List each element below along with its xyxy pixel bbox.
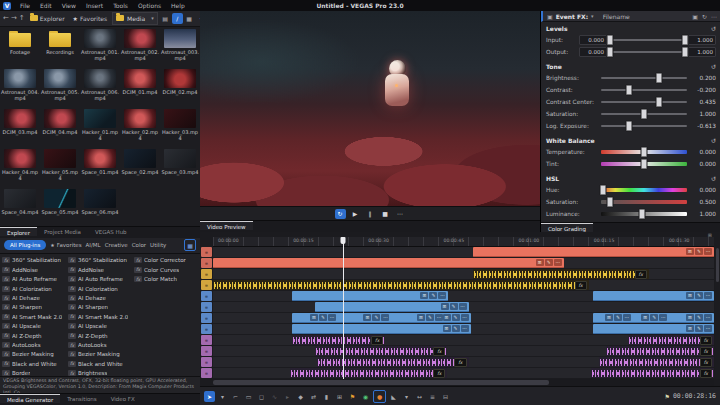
toolbar-dropdown[interactable]: ▾ (401, 391, 412, 402)
plugin-item[interactable]: fx AddNoise (2, 265, 66, 274)
media-thumbnail[interactable] (4, 29, 36, 48)
clip-fx-button[interactable]: fx (700, 336, 712, 345)
media-item[interactable]: DCIM_03.mp4 (0, 109, 40, 149)
clip-fx-button[interactable]: fx (700, 358, 712, 367)
more-icon[interactable]: ⋯ (711, 13, 717, 20)
timeline-clip[interactable]: fx (292, 335, 385, 345)
media-thumbnail[interactable] (44, 189, 76, 208)
track-header[interactable]: ≡ (201, 357, 212, 367)
media-thumbnail[interactable] (164, 29, 196, 48)
menu-item[interactable]: Tools (108, 0, 133, 11)
media-item[interactable]: Hacker_03.mp4 (160, 109, 200, 149)
clip-buttons[interactable]: ⊞✎⋯ (536, 259, 562, 266)
plugin-item[interactable]: fx AI Z-Depth (68, 331, 132, 340)
slider-handle-left[interactable] (607, 47, 614, 58)
menu-item[interactable]: Help (166, 0, 190, 11)
slider-handle[interactable] (656, 73, 663, 84)
fade-tool[interactable]: ◣ (388, 391, 399, 402)
value-input[interactable]: 0.000 (579, 47, 607, 57)
slider-handle[interactable] (626, 121, 633, 132)
selection-edit-tool[interactable]: ▭ (243, 391, 254, 402)
auto-crossfade-toggle[interactable]: ◆ (295, 391, 306, 402)
plugin-item[interactable]: fx AI Dehaze (68, 293, 132, 302)
plugin-item[interactable]: fx 360° Stabilization (2, 256, 66, 265)
clip-buttons[interactable]: ⊞✎⋯ (417, 314, 443, 321)
gradient-slider[interactable] (601, 188, 687, 192)
playhead[interactable] (343, 237, 344, 379)
media-thumbnail[interactable] (44, 149, 76, 168)
slider-handle[interactable] (641, 159, 648, 170)
minimize-tracks-button[interactable]: ⊟ (440, 391, 451, 402)
timeline-clip[interactable]: ⊞✎⋯ (292, 324, 470, 334)
filter-ai-ml[interactable]: AI/ML (86, 242, 101, 248)
slider[interactable] (601, 125, 687, 127)
media-thumbnail[interactable] (84, 149, 116, 168)
media-thumbnail[interactable] (84, 29, 116, 48)
track-lane[interactable]: fxfx (213, 346, 714, 356)
media-thumbnail[interactable] (44, 29, 76, 48)
track-header[interactable]: ≡ (201, 313, 212, 323)
timeline-clip[interactable]: ⊞✎⋯⊞✎⋯⊞✎⋯⊞✎⋯ (292, 313, 470, 323)
clip-fx-button[interactable]: fx (700, 369, 712, 378)
media-thumbnail[interactable] (164, 109, 196, 128)
media-item[interactable]: Space_06.mp4 (80, 189, 120, 227)
clip-buttons[interactable]: ⊞✎⋯ (443, 314, 469, 321)
trim-tool[interactable]: ▸ (282, 391, 293, 402)
filter-creative[interactable]: Creative (105, 242, 128, 248)
tab-video-preview[interactable]: Video Preview (200, 221, 253, 230)
menu-item[interactable]: Options (133, 0, 166, 11)
slider-handle[interactable] (606, 197, 613, 208)
plugin-item[interactable]: fx Color Curves (134, 265, 198, 274)
plugin-item[interactable]: fx AI Auto Reframe (68, 275, 132, 284)
plugin-item[interactable]: fx AI Upscale (2, 322, 66, 331)
tab-color-grading[interactable]: Color Grading (541, 223, 593, 232)
clip-buttons[interactable]: ⊞✎⋯ (686, 314, 712, 321)
chevron-down-icon[interactable]: ▾ (591, 13, 594, 19)
media-item[interactable]: Astronaut_004.mp4 (0, 69, 40, 109)
media-item[interactable]: Recordings (40, 29, 80, 69)
media-thumbnail[interactable] (44, 69, 76, 88)
track-lane[interactable]: ⊞✎⋯⊞✎⋯ (213, 291, 714, 301)
reset-icon[interactable]: ↺ (711, 25, 716, 32)
envelope-tool[interactable]: ∿ (269, 391, 280, 402)
timeline-clip[interactable]: fx (591, 368, 714, 378)
plugin-item[interactable]: fx AddNoise (68, 265, 132, 274)
pause-button[interactable]: ‖ (365, 209, 376, 219)
plugin-item[interactable]: fx Brightness (68, 368, 132, 375)
track-lane[interactable]: ⊞✎⋯ (213, 247, 714, 257)
menu-item[interactable]: Insert (81, 0, 108, 11)
media-item[interactable]: Hacker_02.mp4 (120, 109, 160, 149)
media-thumbnail[interactable] (4, 149, 36, 168)
plugin-item[interactable]: fx AI Colorization (2, 284, 66, 293)
tab-video-fx[interactable]: Video FX (104, 394, 142, 402)
favorites-button[interactable]: ★ Favorites (70, 13, 111, 24)
filter-favorites[interactable]: ★ Favorites (50, 242, 81, 248)
menu-item[interactable]: View (57, 0, 81, 11)
plugin-item[interactable]: fx AI Upscale (68, 322, 132, 331)
track-lane[interactable]: fxfx (213, 335, 714, 345)
play-button[interactable]: ▶ (350, 209, 361, 219)
plugin-item[interactable]: fx Border (2, 368, 66, 375)
media-thumbnail[interactable] (124, 29, 156, 48)
fit-timeline-button[interactable]: ↔ (414, 391, 425, 402)
up-icon[interactable]: ↑ (19, 14, 25, 22)
slider-handle[interactable] (599, 185, 606, 196)
media-item[interactable]: Astronaut_006.mp4 (80, 69, 120, 109)
track-lane[interactable]: fxfx (213, 357, 714, 367)
plugin-item[interactable]: fx AI Auto Reframe (2, 275, 66, 284)
media-thumbnail[interactable] (124, 149, 156, 168)
plugin-item[interactable]: fx Color Corrector (134, 256, 198, 265)
filter-utility[interactable]: Utility (150, 242, 166, 248)
refresh-icon[interactable]: ↻ (702, 13, 707, 20)
track-lane[interactable]: fx (213, 269, 714, 279)
clip-buttons[interactable]: ⊞✎⋯ (441, 303, 467, 310)
track-header[interactable]: ≡ (201, 269, 212, 279)
filter-color[interactable]: Color (132, 242, 146, 248)
plugin-item[interactable]: fx Black and White (68, 359, 132, 368)
plugin-item[interactable]: fx Bezier Masking (2, 350, 66, 359)
media-thumbnail[interactable] (164, 69, 196, 88)
value-input[interactable]: 1.000 (688, 35, 716, 45)
insert-marker-button[interactable]: ⚑ (347, 391, 358, 402)
auto-ripple-toggle[interactable]: ⇄ (308, 391, 319, 402)
gradient-slider[interactable] (601, 150, 687, 154)
